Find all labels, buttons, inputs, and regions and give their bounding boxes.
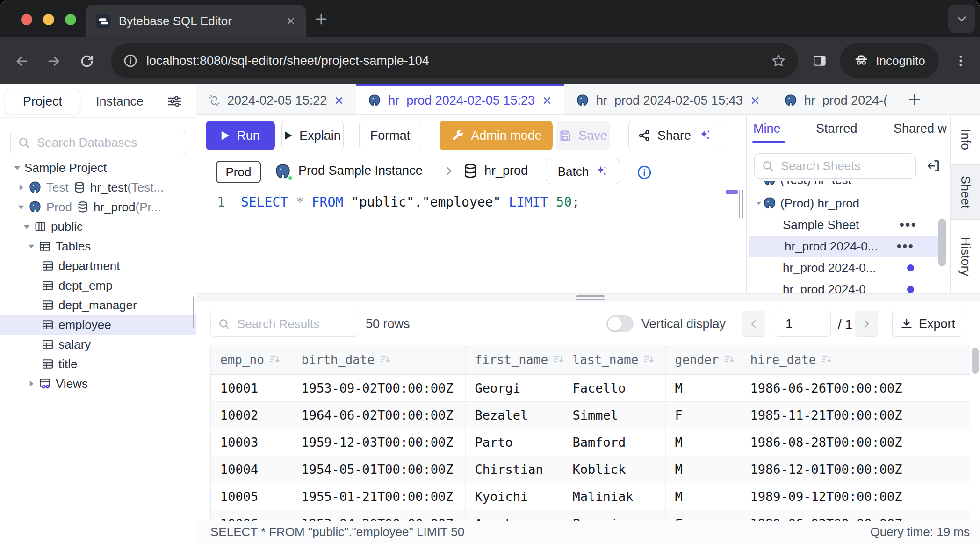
tree-item-Sample Project[interactable]: Sample Project [0,158,196,178]
sort-icon[interactable] [553,353,565,365]
tree-item-title[interactable]: title [0,354,196,374]
info-icon[interactable] [636,164,652,180]
caret-down-icon[interactable] [20,221,34,232]
sheet-item[interactable]: hr_prod 2024-0 [747,279,943,293]
sheet-item[interactable]: hr_prod 2024-0... [747,257,943,279]
url-omnibox[interactable]: localhost:8080/sql-editor/sheet/project-… [111,43,798,78]
next-page-button[interactable] [855,311,878,337]
new-sheet-tab-button[interactable] [899,84,930,114]
caret-down-icon[interactable] [10,163,24,173]
sheet-item[interactable]: (Prod) hr_prod [747,193,943,214]
forward-icon[interactable] [47,54,61,68]
tree-item-Tables[interactable]: Tables [0,236,196,256]
results-search-input[interactable] [236,316,344,332]
table-row[interactable]: 100041954-05-01T00:00:00ZChirstianKoblic… [211,456,970,483]
tab-shared[interactable]: Shared w [894,121,949,136]
tab-instance[interactable]: Instance [92,89,148,114]
sort-icon[interactable] [269,353,281,365]
close-icon[interactable] [333,95,345,106]
tree-item-department[interactable]: department [0,256,196,276]
editor-panel-resize-handle[interactable] [739,190,745,218]
sort-icon[interactable] [643,353,655,365]
sort-icon[interactable] [723,353,735,365]
browser-menu-icon[interactable] [954,54,968,68]
table-row[interactable]: 100061953-04-20T00:00:00ZAnnekePreusigF1… [211,510,970,521]
close-icon[interactable] [541,95,553,106]
column-header-first_name[interactable]: first_name [465,345,563,374]
caret-right-icon[interactable] [24,379,38,389]
back-icon[interactable] [15,54,29,68]
vertical-display-toggle[interactable] [606,315,634,332]
column-header-birth_date[interactable]: birth_date [292,345,465,374]
sheet-search[interactable] [754,153,916,179]
tree-item-hr_prod[interactable]: Prodhr_prod (Pr... [0,197,196,217]
tree-item-dept_manager[interactable]: dept_manager [0,295,196,315]
editor-tab[interactable]: hr_prod 2024-( [772,84,900,114]
table-row[interactable]: 100011953-09-02T00:00:00ZGeorgiFacelloM1… [211,374,970,401]
tree-item-dept_emp[interactable]: dept_emp [0,276,196,295]
rail-tab-sheet[interactable]: Sheet [951,164,980,220]
sort-icon[interactable] [821,353,833,365]
caret-right-icon[interactable] [14,182,28,193]
close-icon[interactable] [749,95,761,106]
table-row[interactable]: 100021964-06-02T00:00:00ZBezalelSimmelF1… [211,401,970,429]
explain-button[interactable]: Explain [281,121,344,150]
site-info-icon[interactable] [123,53,138,68]
database-search[interactable] [10,130,186,155]
database-search-input[interactable] [36,135,167,150]
prev-page-button[interactable] [742,311,765,337]
editor-tab[interactable]: hr_prod 2024-02-05 15:43 [564,84,772,114]
sheet-item[interactable]: Sample Sheet••• [747,214,943,236]
results-resize-handle[interactable] [576,295,605,301]
sql-editor[interactable]: 1 SELECT * FROM "public"."employee" LIMI… [196,188,746,293]
tree-item-Views[interactable]: Views [0,374,196,393]
batch-button[interactable]: Batch [546,159,620,184]
tree-item-employee[interactable]: employee [0,315,196,335]
tree-item-hr_test[interactable]: Testhr_test (Test... [0,178,196,197]
sort-icon[interactable] [379,353,391,365]
import-sheet-icon[interactable] [925,158,941,174]
sheet-item[interactable]: hr_prod 2024-0...••• [749,236,940,257]
table-row[interactable]: 100031959-12-03T00:00:00ZPartoBamfordM19… [211,429,970,456]
rail-tab-history[interactable]: History [951,220,980,293]
tab-mine[interactable]: Mine [753,121,781,136]
sheet-search-input[interactable] [780,158,897,174]
editor-tab[interactable]: hr_prod 2024-02-05 15:23 [356,84,564,114]
window-close-button[interactable] [21,14,32,25]
filter-settings-icon[interactable] [166,93,182,109]
share-button[interactable]: Share [628,121,721,150]
instance-name[interactable]: Prod Sample Instance [298,164,423,178]
sheet-menu-icon[interactable]: ••• [899,217,943,233]
tab-close-icon[interactable] [285,15,296,27]
table-row[interactable]: 100051955-01-21T00:00:00ZKyoichiMaliniak… [211,483,970,510]
window-minimize-button[interactable] [43,14,54,25]
window-zoom-button[interactable] [65,14,76,25]
results-search[interactable] [210,311,358,337]
editor-tab[interactable]: 2024-02-05 15:22 [196,84,356,114]
export-button[interactable]: Export [892,311,963,337]
caret-down-icon[interactable] [747,181,763,185]
bookmark-star-icon[interactable] [771,53,786,68]
tree-item-salary[interactable]: salary [0,335,196,354]
caret-down-icon[interactable] [14,202,28,212]
sheet-item[interactable]: (Test) hr_test [747,181,943,191]
reload-icon[interactable] [79,54,94,69]
new-tab-icon[interactable] [314,12,328,26]
tree-item-public[interactable]: public [0,217,196,236]
rail-tab-info[interactable]: Info [951,115,980,164]
admin-mode-button[interactable]: Admin mode [440,121,553,150]
results-grid-scrollbar[interactable] [972,348,979,374]
column-header-emp_no[interactable]: emp_no [211,345,292,374]
tab-starred[interactable]: Starred [816,121,858,136]
side-panel-icon[interactable] [812,53,827,68]
sheet-list-scrollbar[interactable] [938,219,946,266]
caret-down-icon[interactable] [747,198,763,208]
column-header-hire_date[interactable]: hire_date [741,345,915,374]
database-name[interactable]: hr_prod [484,164,528,178]
save-button[interactable]: Save [556,121,610,150]
page-number-input[interactable] [775,311,831,337]
column-header-last_name[interactable]: last_name [563,345,665,374]
format-button[interactable]: Format [359,121,421,150]
caret-down-icon[interactable] [24,241,38,251]
run-button[interactable]: Run [206,121,275,150]
